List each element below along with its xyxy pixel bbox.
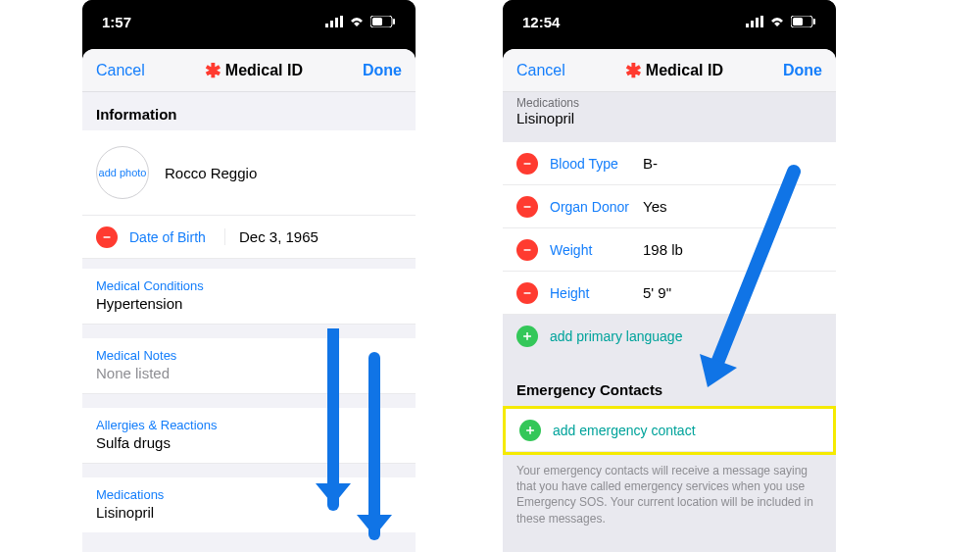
- remove-icon[interactable]: －: [96, 226, 118, 248]
- add-icon[interactable]: ＋: [519, 420, 541, 441]
- sheet: Cancel ✱ Medical ID Done Information add…: [82, 49, 416, 552]
- svg-rect-0: [325, 24, 328, 27]
- done-button[interactable]: Done: [363, 62, 402, 79]
- dob-row[interactable]: － Date of Birth Dec 3, 1965: [82, 216, 416, 259]
- medications-peek: Medications Lisinopril: [503, 92, 836, 132]
- page-title: ✱ Medical ID: [625, 61, 723, 80]
- svg-rect-3: [340, 16, 343, 27]
- allergies-value[interactable]: Sulfa drugs: [96, 434, 402, 451]
- row-label: Organ Donor: [550, 199, 643, 215]
- page-title: ✱ Medical ID: [205, 61, 303, 80]
- svg-rect-6: [393, 19, 395, 25]
- signal-icon: [325, 16, 343, 27]
- info-row-blood-type[interactable]: －Blood TypeB-: [503, 142, 836, 185]
- add-contact-label: add emergency contact: [553, 423, 696, 438]
- section-header-access: Emergency Access: [503, 538, 836, 552]
- row-value[interactable]: 198 lb: [643, 241, 822, 258]
- info-row-weight[interactable]: －Weight198 lb: [503, 228, 836, 272]
- status-bar: 12:54: [503, 0, 836, 43]
- svg-rect-12: [793, 18, 803, 25]
- add-language-row[interactable]: ＋ add primary language: [503, 315, 836, 358]
- medications-value[interactable]: Lisinopril: [96, 504, 402, 521]
- add-emergency-contact-row[interactable]: ＋ add emergency contact: [506, 409, 833, 452]
- phone-left: 1:57 Cancel ✱ Medical ID Done Informatio…: [82, 0, 416, 552]
- medications-block[interactable]: Medications Lisinopril: [82, 477, 416, 532]
- sheet: Cancel ✱ Medical ID Done Medications Lis…: [503, 49, 836, 552]
- wifi-icon: [769, 16, 785, 27]
- battery-icon: [791, 16, 816, 27]
- allergies-label: Allergies & Reactions: [96, 418, 402, 432]
- name-field[interactable]: Rocco Reggio: [165, 165, 402, 181]
- add-language-label: add primary language: [550, 328, 682, 344]
- remove-icon[interactable]: －: [516, 153, 538, 175]
- navbar: Cancel ✱ Medical ID Done: [503, 49, 836, 92]
- add-icon[interactable]: ＋: [516, 326, 538, 347]
- done-button[interactable]: Done: [783, 62, 822, 79]
- navbar: Cancel ✱ Medical ID Done: [82, 49, 416, 92]
- allergies-block[interactable]: Allergies & Reactions Sulfa drugs: [82, 408, 416, 464]
- remove-icon[interactable]: －: [516, 196, 538, 218]
- dob-value[interactable]: Dec 3, 1965: [224, 228, 402, 245]
- add-photo-button[interactable]: add photo: [96, 146, 149, 199]
- info-row-height[interactable]: －Height5' 9": [503, 272, 836, 315]
- svg-rect-10: [760, 16, 763, 27]
- dob-label: Date of Birth: [129, 229, 222, 245]
- signal-icon: [746, 16, 763, 27]
- conditions-block[interactable]: Medical Conditions Hypertension: [82, 269, 416, 325]
- status-bar: 1:57: [82, 0, 416, 43]
- svg-rect-5: [372, 18, 382, 25]
- remove-icon[interactable]: －: [516, 239, 538, 261]
- medications-label: Medications: [96, 487, 402, 502]
- info-row-organ-donor[interactable]: －Organ DonorYes: [503, 185, 836, 228]
- conditions-value[interactable]: Hypertension: [96, 295, 402, 312]
- conditions-label: Medical Conditions: [96, 278, 402, 293]
- row-label: Height: [550, 285, 643, 301]
- notes-block[interactable]: Medical Notes None listed: [82, 338, 416, 394]
- status-time: 12:54: [522, 14, 560, 30]
- row-label: Weight: [550, 242, 643, 258]
- svg-rect-1: [330, 21, 333, 27]
- row-value[interactable]: Yes: [643, 198, 822, 215]
- battery-icon: [370, 16, 396, 27]
- svg-rect-2: [335, 18, 338, 27]
- remove-icon[interactable]: －: [516, 282, 538, 304]
- svg-rect-7: [746, 24, 749, 27]
- status-icons: [746, 16, 816, 27]
- emergency-contacts-footnote: Your emergency contacts will receive a m…: [503, 455, 836, 538]
- row-label: Blood Type: [550, 156, 643, 172]
- svg-rect-9: [756, 18, 759, 27]
- status-icons: [325, 16, 396, 27]
- row-value[interactable]: B-: [643, 155, 822, 172]
- row-value[interactable]: 5' 9": [643, 284, 822, 301]
- cancel-button[interactable]: Cancel: [96, 62, 145, 79]
- notes-value[interactable]: None listed: [96, 365, 402, 381]
- wifi-icon: [349, 16, 365, 27]
- svg-rect-8: [751, 21, 754, 27]
- section-header-information: Information: [82, 92, 416, 130]
- highlight-box: ＋ add emergency contact: [503, 406, 836, 455]
- svg-rect-13: [813, 19, 815, 25]
- title-text: Medical ID: [225, 62, 303, 79]
- title-text: Medical ID: [646, 62, 723, 79]
- name-row[interactable]: add photo Rocco Reggio: [82, 130, 416, 216]
- phone-right: 12:54 Cancel ✱ Medical ID Done Medicatio…: [503, 0, 836, 552]
- add-photo-label: add photo: [99, 167, 147, 178]
- notes-label: Medical Notes: [96, 348, 402, 363]
- cancel-button[interactable]: Cancel: [516, 62, 565, 79]
- section-header-contacts: Emergency Contacts: [503, 358, 836, 406]
- medical-id-icon: ✱: [205, 61, 221, 80]
- medications-peek-value: Lisinopril: [516, 110, 822, 126]
- status-time: 1:57: [102, 14, 131, 30]
- medications-peek-label: Medications: [516, 96, 822, 110]
- medical-id-icon: ✱: [625, 61, 642, 80]
